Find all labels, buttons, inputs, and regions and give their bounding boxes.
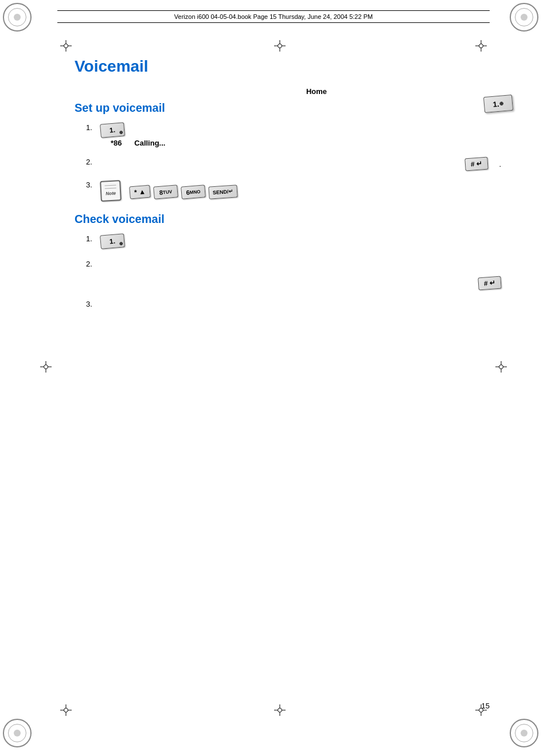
check-step-2: 2. # ↵ [86, 260, 501, 289]
book-reference: Verizon i600 04-05-04.book Page 15 Thurs… [174, 13, 373, 20]
step-num-1: 1. [86, 123, 100, 132]
step-2-body: # ↵ . [100, 158, 501, 170]
crosshair-mid-right [495, 361, 507, 373]
setup-voicemail-title: Set up voicemail [75, 101, 501, 115]
corner-decoration-bl [3, 719, 37, 753]
check-step-num-2: 2. [86, 260, 100, 268]
home-label: Home [132, 87, 501, 96]
step-3-inline: Note * ▲ 8 TUV 6 MNO SEND/↵ [100, 181, 501, 201]
key-6-mno: 6 MNO [181, 185, 206, 199]
crosshair-top-right [475, 40, 487, 52]
setup-steps: 1. 1.⊕ *86 Calling... 2. [86, 123, 501, 201]
check-step-2-body: # ↵ [100, 260, 501, 289]
check-step-num-3: 3. [86, 300, 100, 308]
setup-step-3: 3. Note * ▲ 8 TUV 6 MNO SEND/↵ [86, 181, 501, 201]
corner-decoration-tr [510, 3, 544, 37]
check-step-2-inline: # ↵ [100, 260, 501, 289]
page-title: Voicemail [75, 57, 501, 76]
step-3-body: Note * ▲ 8 TUV 6 MNO SEND/↵ [100, 181, 501, 201]
check-step-1: 1. 1.⊕ [86, 234, 501, 248]
crosshair-top-left [60, 40, 72, 52]
key-hash-check: # ↵ [478, 276, 501, 291]
crosshair-bottom-left [60, 704, 72, 716]
step-2-period: . [499, 160, 501, 169]
check-step-3: 3. [86, 300, 501, 308]
corner-decoration-br [510, 719, 544, 753]
note-icon: Note [100, 180, 122, 202]
key-send: SEND/↵ [208, 185, 237, 199]
key-1-voicemail-large: 1.⊕ [483, 95, 513, 113]
header-bar: Verizon i600 04-05-04.book Page 15 Thurs… [57, 10, 490, 23]
crosshair-bottom-center [274, 704, 286, 716]
main-content: Voicemail Home 1.⊕ Set up voicemail 1. 1… [75, 57, 501, 320]
key-hash-setup: # ↵ [465, 157, 489, 171]
page-container: Verizon i600 04-05-04.book Page 15 Thurs… [0, 0, 547, 756]
check-step-num-1: 1. [86, 234, 100, 243]
corner-decoration-tl [3, 3, 37, 37]
step-3-keys: * ▲ 8 TUV 6 MNO SEND/↵ [130, 186, 237, 198]
setup-step-2: 2. # ↵ . [86, 158, 501, 170]
step-1-inline: 1.⊕ [100, 123, 501, 137]
step-1-body: 1.⊕ *86 Calling... [100, 123, 501, 147]
step-num-2: 2. [86, 158, 100, 166]
key-1-setup-step1: 1.⊕ [100, 122, 125, 138]
setup-step-1: 1. 1.⊕ *86 Calling... [86, 123, 501, 147]
key-1-check-step1: 1.⊕ [100, 233, 125, 249]
crosshair-mid-left [40, 361, 52, 373]
key-8-tuv: 8 TUV [153, 185, 178, 199]
check-steps: 1. 1.⊕ 2. # ↵ [86, 234, 501, 308]
check-voicemail-title: Check voicemail [75, 213, 501, 226]
check-step-1-body: 1.⊕ [100, 234, 501, 248]
step-2-inline: # ↵ . [100, 158, 501, 170]
step-num-3: 3. [86, 181, 100, 189]
key-star-up: * ▲ [129, 185, 151, 199]
step-1-detail: *86 Calling... [100, 139, 501, 147]
crosshair-top-center [274, 40, 286, 52]
check-step-1-inline: 1.⊕ [100, 234, 501, 248]
